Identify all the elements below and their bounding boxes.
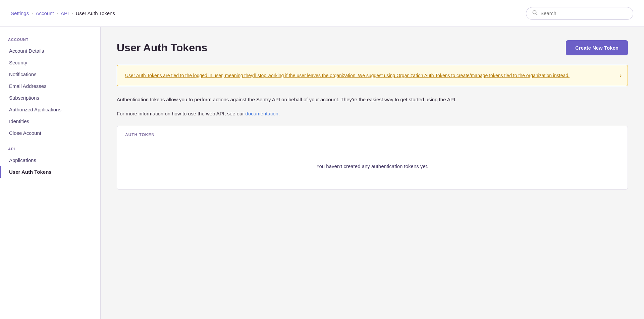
- sidebar-item-close-account[interactable]: Close Account: [0, 127, 100, 139]
- description-2-suffix: .: [278, 111, 280, 116]
- sidebar-section-account: ACCOUNT: [0, 38, 100, 45]
- description-1: Authentication tokens allow you to perfo…: [117, 96, 628, 104]
- sidebar-item-security[interactable]: Security: [0, 57, 100, 68]
- warning-box[interactable]: User Auth Tokens are tied to the logged …: [117, 65, 628, 86]
- sidebar-section-api: API: [0, 147, 100, 154]
- breadcrumb-sep-3: ›: [71, 11, 73, 16]
- token-table-empty-message: You haven't created any authentication t…: [117, 143, 628, 189]
- svg-point-0: [533, 10, 536, 14]
- warning-text: User Auth Tokens are tied to the logged …: [125, 73, 570, 78]
- description-2-prefix: For more information on how to use the w…: [117, 111, 246, 116]
- svg-line-1: [536, 13, 538, 15]
- create-new-token-button[interactable]: Create New Token: [566, 40, 628, 55]
- search-bar[interactable]: [526, 7, 633, 20]
- search-input[interactable]: [540, 10, 627, 16]
- description-2: For more information on how to use the w…: [117, 110, 628, 118]
- token-table-header-label: AUTH TOKEN: [125, 132, 155, 137]
- sidebar-item-user-auth-tokens[interactable]: User Auth Tokens: [0, 166, 100, 178]
- sidebar: ACCOUNT Account Details Security Notific…: [0, 27, 101, 319]
- sidebar-item-notifications[interactable]: Notifications: [0, 68, 100, 80]
- sidebar-item-authorized-applications[interactable]: Authorized Applications: [0, 104, 100, 115]
- search-icon: [532, 10, 538, 17]
- token-table-header: AUTH TOKEN: [117, 126, 628, 143]
- sidebar-item-subscriptions[interactable]: Subscriptions: [0, 92, 100, 104]
- top-bar: Settings › Account › API › User Auth Tok…: [0, 0, 644, 27]
- sidebar-item-account-details[interactable]: Account Details: [0, 45, 100, 57]
- layout: ACCOUNT Account Details Security Notific…: [0, 27, 644, 319]
- breadcrumb-api[interactable]: API: [61, 10, 69, 16]
- page-title: User Auth Tokens: [117, 42, 207, 54]
- documentation-link[interactable]: documentation: [246, 111, 278, 116]
- main-header: User Auth Tokens Create New Token: [117, 40, 628, 55]
- warning-chevron-icon: ›: [620, 72, 622, 78]
- breadcrumb-sep-2: ›: [57, 11, 58, 16]
- token-table: AUTH TOKEN You haven't created any authe…: [117, 126, 628, 190]
- breadcrumb-account[interactable]: Account: [36, 10, 54, 16]
- sidebar-item-email-addresses[interactable]: Email Addresses: [0, 80, 100, 92]
- breadcrumb-user-auth-tokens: User Auth Tokens: [76, 10, 115, 16]
- breadcrumb: Settings › Account › API › User Auth Tok…: [11, 10, 115, 16]
- breadcrumb-sep-1: ›: [32, 11, 33, 16]
- main-content: User Auth Tokens Create New Token User A…: [101, 27, 644, 319]
- sidebar-item-identities[interactable]: Identities: [0, 115, 100, 127]
- sidebar-item-applications[interactable]: Applications: [0, 154, 100, 166]
- breadcrumb-settings[interactable]: Settings: [11, 10, 29, 16]
